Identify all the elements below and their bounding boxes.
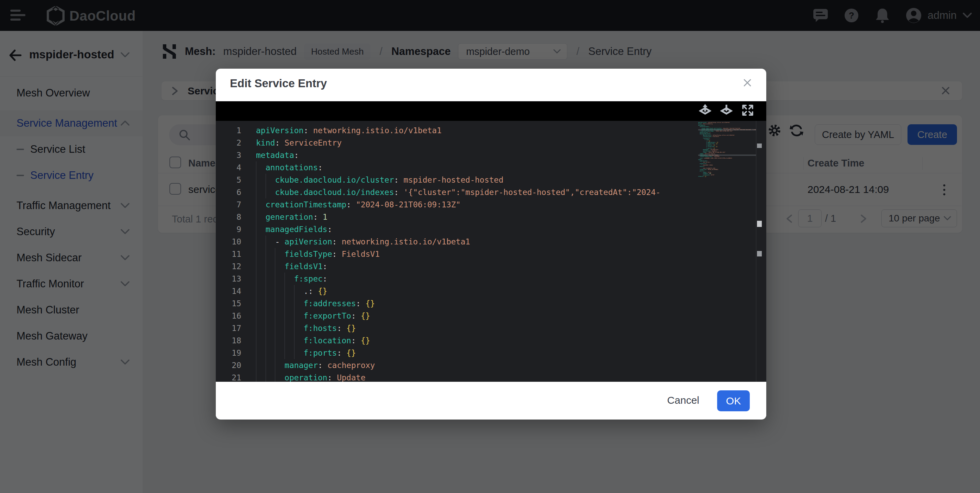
line-number: 16: [216, 310, 256, 322]
line-code: f:addresses: {}: [256, 297, 684, 310]
edit-service-entry-modal: Edit Service Entry 1apiVersion: networki…: [216, 69, 766, 420]
scrollbar-marker: [757, 251, 762, 257]
line-number: 4: [216, 162, 256, 174]
editor-line[interactable]: 19f:ports: {}: [216, 347, 698, 359]
line-code: generation: 1: [256, 211, 684, 223]
line-number: 2: [216, 136, 256, 149]
editor-line[interactable]: 1apiVersion: networking.istio.io/v1beta1: [216, 124, 698, 136]
line-code: .: {}: [256, 285, 684, 297]
line-code: ckube.daocloud.io/cluster: mspider-hoste…: [256, 174, 684, 186]
line-code: annotations:: [256, 162, 684, 174]
modal-close-icon[interactable]: [742, 78, 752, 88]
editor-line[interactable]: 21operation: Update: [216, 371, 698, 382]
line-code: f:ports: {}: [256, 347, 684, 359]
cancel-button[interactable]: Cancel: [667, 395, 699, 406]
editor-minimap[interactable]: apiVersion: networking.istio.io/v1beta1k…: [698, 122, 756, 381]
line-code: managedFields:: [256, 223, 684, 236]
line-code: apiVersion: networking.istio.io/v1beta1: [256, 124, 684, 136]
line-code: f:exportTo: {}: [256, 310, 684, 322]
ok-button[interactable]: OK: [717, 390, 750, 411]
line-code: f:location: {}: [256, 334, 684, 347]
fullscreen-icon[interactable]: [741, 104, 754, 116]
line-number: 18: [216, 334, 256, 347]
editor-line[interactable]: 16f:exportTo: {}: [216, 310, 698, 322]
editor-toolbar: [216, 101, 766, 121]
line-code: operation: Update: [256, 371, 684, 382]
editor-line[interactable]: 3metadata:: [216, 149, 698, 162]
modal-title: Edit Service Entry: [230, 77, 327, 90]
editor-line[interactable]: 7creationTimestamp: "2024-08-21T06:09:13…: [216, 198, 698, 211]
line-number: 1: [216, 124, 256, 136]
editor-line[interactable]: 6ckube.daocloud.io/indexes: '{"cluster":…: [216, 186, 698, 198]
editor-line[interactable]: 11fieldsType: FieldsV1: [216, 248, 698, 260]
editor-line[interactable]: 17f:hosts: {}: [216, 322, 698, 334]
editor-line[interactable]: 5ckube.daocloud.io/cluster: mspider-host…: [216, 174, 698, 186]
line-code: f:hosts: {}: [256, 322, 684, 334]
line-number: 17: [216, 322, 256, 334]
line-number: 7: [216, 198, 256, 211]
line-code: kind: ServiceEntry: [256, 136, 684, 149]
line-code: creationTimestamp: "2024-08-21T06:09:13Z…: [256, 198, 684, 211]
scrollbar-marker: [757, 144, 762, 148]
yaml-editor[interactable]: 1apiVersion: networking.istio.io/v1beta1…: [216, 121, 766, 382]
line-number: 20: [216, 359, 256, 371]
line-number: 5: [216, 174, 256, 186]
editor-line[interactable]: 18f:location: {}: [216, 334, 698, 347]
line-code: fieldsType: FieldsV1: [256, 248, 684, 260]
line-number: 19: [216, 347, 256, 359]
minimap-line: status: {}: [698, 176, 756, 177]
line-number: 21: [216, 371, 256, 382]
download-icon[interactable]: [720, 104, 733, 116]
line-code: ckube.daocloud.io/indexes: '{"cluster":"…: [256, 186, 684, 198]
upload-icon[interactable]: [699, 104, 711, 116]
line-number: 13: [216, 273, 256, 285]
line-number: 11: [216, 248, 256, 260]
editor-line[interactable]: 9managedFields:: [216, 223, 698, 236]
line-number: 3: [216, 149, 256, 162]
editor-line[interactable]: 20manager: cacheproxy: [216, 359, 698, 371]
line-code: metadata:: [256, 149, 684, 162]
editor-line[interactable]: 12fieldsV1:: [216, 260, 698, 273]
line-number: 6: [216, 186, 256, 198]
line-code: f:spec:: [256, 273, 684, 285]
modal-footer: Cancel OK: [216, 382, 766, 419]
editor-line[interactable]: 10- apiVersion: networking.istio.io/v1be…: [216, 236, 698, 248]
scrollbar-marker: [757, 221, 762, 227]
editor-line[interactable]: 14.: {}: [216, 285, 698, 297]
editor-line[interactable]: 15f:addresses: {}: [216, 297, 698, 310]
editor-line[interactable]: 4annotations:: [216, 162, 698, 174]
line-number: 10: [216, 236, 256, 248]
line-number: 15: [216, 297, 256, 310]
line-number: 14: [216, 285, 256, 297]
line-code: manager: cacheproxy: [256, 359, 684, 371]
editor-scrollbar[interactable]: [756, 121, 766, 382]
editor-line[interactable]: 8generation: 1: [216, 211, 698, 223]
editor-line[interactable]: 2kind: ServiceEntry: [216, 136, 698, 149]
editor-code[interactable]: 1apiVersion: networking.istio.io/v1beta1…: [216, 124, 698, 382]
editor-line[interactable]: 13f:spec:: [216, 273, 698, 285]
screen: DaoCloud ? admin: [0, 0, 980, 493]
line-code: - apiVersion: networking.istio.io/v1beta…: [256, 236, 684, 248]
line-number: 8: [216, 211, 256, 223]
line-number: 12: [216, 260, 256, 273]
modal-header: Edit Service Entry: [216, 69, 766, 101]
line-code: fieldsV1:: [256, 260, 684, 273]
line-number: 9: [216, 223, 256, 236]
